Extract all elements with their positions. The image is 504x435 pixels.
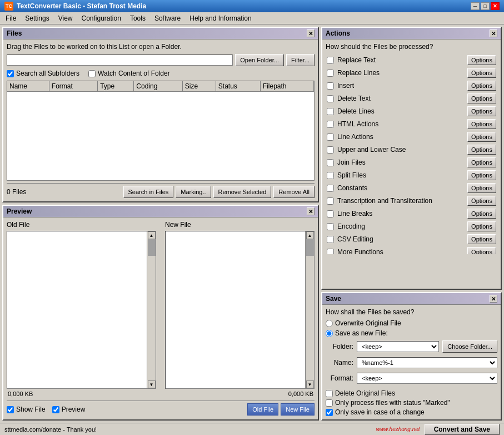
action-checkbox-9[interactable]	[327, 172, 334, 179]
search-in-files-button[interactable]: Search in Files	[123, 186, 174, 198]
delete-originals-checkbox[interactable]	[326, 390, 333, 397]
action-options-button-7[interactable]: Options	[467, 145, 496, 155]
action-checkbox-2[interactable]	[327, 82, 334, 90]
save-as-new-radio[interactable]	[326, 330, 333, 337]
preview-checkbox[interactable]	[52, 406, 59, 413]
scroll-up-icon[interactable]: ▲	[148, 231, 156, 239]
minimize-button[interactable]: ─	[471, 2, 480, 10]
old-file-textarea[interactable]	[7, 231, 156, 388]
action-checkbox-10[interactable]	[327, 185, 334, 192]
overwrite-radio-label[interactable]: Overwrite Original File	[326, 319, 497, 327]
action-checkbox-8[interactable]	[327, 159, 334, 166]
old-file-area: ▲ ▼	[7, 231, 156, 389]
folder-path-input[interactable]	[7, 55, 233, 66]
save-panel-close[interactable]: ✕	[490, 295, 497, 303]
action-checkbox-11[interactable]	[327, 197, 334, 205]
action-checkbox-13[interactable]	[327, 223, 334, 230]
action-options-button-12[interactable]: Options	[467, 209, 496, 219]
overwrite-radio[interactable]	[326, 320, 333, 327]
save-as-new-radio-label[interactable]: Save as new File:	[326, 329, 497, 337]
menu-help[interactable]: Help and Information	[185, 13, 256, 23]
col-filepath: Filepath	[260, 81, 313, 92]
action-row: ConstantsOptions	[326, 182, 497, 194]
search-subfolders-checkbox[interactable]	[7, 70, 14, 77]
action-options-button-8[interactable]: Options	[467, 157, 496, 167]
action-checkbox-0[interactable]	[327, 57, 334, 64]
menu-file[interactable]: File	[1, 13, 21, 23]
action-checkbox-1[interactable]	[327, 70, 334, 77]
filter-button[interactable]: Filter...	[286, 54, 315, 66]
format-select[interactable]: <keep>	[357, 373, 497, 384]
menu-configuration[interactable]: Configuration	[77, 13, 126, 23]
action-checkbox-14[interactable]	[327, 236, 334, 243]
new-file-textarea[interactable]	[166, 231, 314, 388]
action-checkbox-12[interactable]	[327, 210, 334, 218]
action-options-button-15[interactable]: Options	[467, 247, 496, 254]
action-options-button-1[interactable]: Options	[467, 68, 496, 78]
action-options-button-4[interactable]: Options	[467, 106, 496, 116]
only-marked-checkbox[interactable]	[326, 399, 333, 407]
action-row: Transcription and TransliterationOptions	[326, 195, 497, 207]
action-options-button-3[interactable]: Options	[467, 93, 496, 103]
files-panel-content: Drag the Files to be worked on to this L…	[3, 39, 318, 201]
show-file-label[interactable]: Show File	[7, 406, 46, 413]
new-file-button[interactable]: New File	[281, 403, 315, 416]
action-checkbox-5[interactable]	[327, 121, 334, 128]
scroll-up-2-icon[interactable]: ▲	[306, 231, 314, 239]
action-options-button-14[interactable]: Options	[467, 234, 496, 244]
action-label-13: Encoding	[337, 223, 464, 230]
old-file-button[interactable]: Old File	[247, 403, 278, 416]
only-marked-label[interactable]: Only process files with status "Marked"	[326, 399, 497, 407]
files-table-header: Name Format Type Coding Size Status File…	[7, 81, 314, 92]
watch-content-checkbox[interactable]	[88, 70, 96, 77]
menu-tools[interactable]: Tools	[126, 13, 150, 23]
menu-view[interactable]: View	[54, 13, 77, 23]
preview-panel-close[interactable]: ✕	[307, 207, 315, 215]
watermark: www.hezhong.net	[376, 426, 420, 432]
action-checkbox-6[interactable]	[327, 134, 334, 141]
scroll-down-icon[interactable]: ▼	[148, 380, 156, 388]
action-options-button-11[interactable]: Options	[467, 196, 496, 206]
files-toolbar: Open Folder... Filter...	[7, 54, 315, 66]
name-select[interactable]: %name%-1	[357, 357, 497, 368]
watch-content-label[interactable]: Watch Content of Folder	[88, 70, 170, 77]
action-row: HTML ActionsOptions	[326, 118, 497, 130]
delete-originals-label[interactable]: Delete Original Files	[326, 389, 497, 397]
remove-selected-button[interactable]: Remove Selected	[213, 186, 272, 198]
close-button[interactable]: ✕	[491, 2, 500, 10]
name-select-wrap: %name%-1	[357, 357, 497, 368]
action-label-2: Insert	[337, 82, 464, 90]
open-folder-button[interactable]: Open Folder...	[235, 54, 284, 66]
action-options-button-6[interactable]: Options	[467, 132, 496, 142]
show-file-checkbox[interactable]	[7, 406, 14, 413]
convert-save-button[interactable]: Convert and Save	[425, 424, 500, 435]
action-checkbox-4[interactable]	[327, 108, 334, 115]
only-change-label[interactable]: Only save in case of a change	[326, 408, 497, 416]
action-options-button-2[interactable]: Options	[467, 81, 496, 91]
action-checkbox-15[interactable]	[327, 249, 334, 255]
restore-button[interactable]: □	[481, 2, 490, 10]
folder-select[interactable]: <keep>	[357, 341, 439, 352]
action-label-9: Split Files	[337, 171, 464, 179]
action-options-button-0[interactable]: Options	[467, 55, 496, 65]
only-change-checkbox[interactable]	[326, 409, 333, 416]
files-status-bar: 0 Files Search in Files Marking.. Remove…	[7, 183, 315, 198]
marking-button[interactable]: Marking..	[176, 186, 211, 198]
col-name: Name	[7, 81, 49, 92]
search-subfolders-label[interactable]: Search all Subfolders	[7, 70, 79, 77]
preview-checkbox-label[interactable]: Preview	[52, 406, 86, 413]
action-row: More FunctionsOptions	[326, 246, 497, 254]
remove-all-button[interactable]: Remove All	[273, 186, 315, 198]
menu-settings[interactable]: Settings	[21, 13, 53, 23]
choose-folder-button[interactable]: Choose Folder...	[442, 340, 497, 353]
action-options-button-10[interactable]: Options	[467, 183, 496, 193]
files-panel-close[interactable]: ✕	[307, 29, 315, 37]
action-checkbox-3[interactable]	[327, 95, 334, 102]
actions-panel-close[interactable]: ✕	[490, 29, 497, 37]
scroll-down-2-icon[interactable]: ▼	[306, 380, 314, 388]
menu-software[interactable]: Software	[150, 13, 185, 23]
action-checkbox-7[interactable]	[327, 146, 334, 154]
action-options-button-9[interactable]: Options	[467, 170, 496, 180]
action-options-button-13[interactable]: Options	[467, 221, 496, 231]
action-options-button-5[interactable]: Options	[467, 119, 496, 129]
